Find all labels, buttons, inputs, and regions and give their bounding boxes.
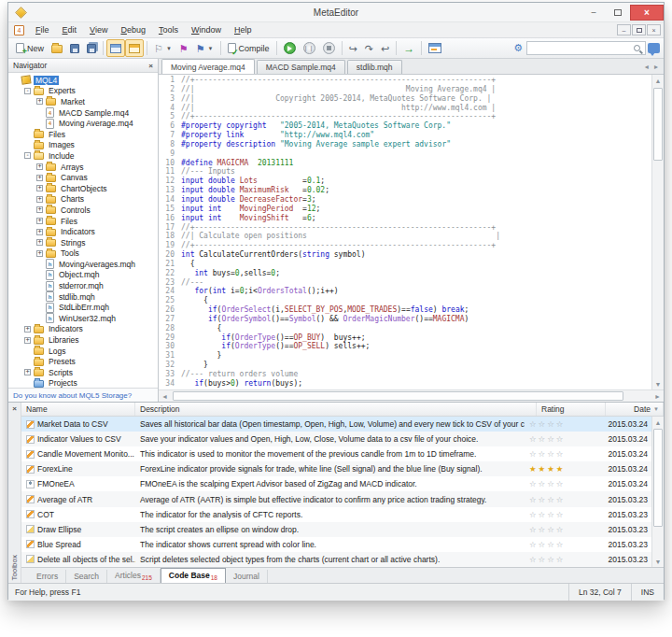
code-line[interactable]: 31 } <box>159 351 651 361</box>
menu-view[interactable]: View <box>83 23 114 36</box>
code-line[interactable]: 30 if(OrderType()==OP_SELL) sells++; <box>159 342 651 351</box>
mql5-storage-link[interactable]: Do you know about MQL5 Storage? <box>13 391 132 400</box>
tree-item-files[interactable]: Files <box>8 129 158 140</box>
code-line[interactable]: 6#property copyright "2005-2014, MetaQuo… <box>159 121 651 131</box>
tree-expander-icon[interactable]: + <box>36 206 43 213</box>
chat-icon[interactable] <box>648 43 660 53</box>
tree-item-stdlib-mqh[interactable]: hstdlib.mqh <box>8 291 158 303</box>
scroll-right-icon[interactable]: ► <box>651 390 664 402</box>
code-line[interactable]: 3//| Copyright 2005-2014, MetaQuotes Sof… <box>159 94 651 104</box>
tab-scroll-arrows[interactable]: ◂ ▸ <box>645 63 664 74</box>
scroll-down-icon[interactable]: ▼ <box>652 556 664 567</box>
tree-item-controls[interactable]: +Controls <box>8 205 158 216</box>
cell-rating[interactable]: ☆☆☆☆ <box>525 491 594 506</box>
code-line[interactable]: 33//--- return orders volume <box>159 370 651 379</box>
tree-item-include[interactable]: -Include <box>8 150 158 162</box>
watch-variable-button[interactable]: ⚑ <box>175 39 192 57</box>
code-line[interactable]: 7#property link "http://www.mql4.com" <box>159 131 651 140</box>
tree-item-object-mqh[interactable]: hObject.mqh <box>8 270 158 281</box>
table-row[interactable]: COTThe indicator for the analysis of CFT… <box>21 507 651 522</box>
cell-rating[interactable]: ☆☆☆☆ <box>525 522 594 537</box>
tree-item-presets[interactable]: Presets <box>8 356 158 367</box>
tree-item-winuser32-mqh[interactable]: hWinUser32.mqh <box>8 313 158 324</box>
tree-expander-icon[interactable]: + <box>36 185 43 191</box>
code-line[interactable]: 15input int MovingPeriod =12; <box>159 205 651 214</box>
scroll-down-icon[interactable]: ▼ <box>652 378 664 389</box>
cell-rating[interactable]: ☆☆☆☆ <box>525 446 594 461</box>
navigator-close-icon[interactable]: × <box>148 62 153 70</box>
save-button[interactable] <box>66 39 83 57</box>
code-line[interactable]: 24 for(int i=0;i<OrdersTotal();i++) <box>159 287 651 296</box>
table-row[interactable]: Candle Movement Monito...This indicator … <box>21 446 651 461</box>
menu-window[interactable]: Window <box>185 23 228 36</box>
column-header-date[interactable]: Date▼ <box>606 403 664 416</box>
cell-rating[interactable]: ☆☆☆☆ <box>525 476 594 491</box>
tree-expander-icon[interactable]: + <box>36 229 43 235</box>
search-icon[interactable] <box>634 45 640 51</box>
code-line[interactable]: 23//--- <box>159 278 651 288</box>
toggle-toolbox-button[interactable] <box>106 39 125 57</box>
menu-debug[interactable]: Debug <box>114 23 152 36</box>
toolbar-search-input[interactable] <box>526 41 646 55</box>
stop-debug-button[interactable] <box>319 39 339 57</box>
tree-item-projects[interactable]: Projects <box>8 378 158 388</box>
tree-item-moving-average-mq4[interactable]: 4Moving Average.mq4 <box>8 118 158 129</box>
close-button[interactable]: × <box>630 5 664 21</box>
cell-rating[interactable]: ☆☆☆☆ <box>525 537 594 552</box>
code-line[interactable]: 2//| Moving Average.mq4 | <box>159 85 651 94</box>
code-line[interactable]: 14input double DecreaseFactor=3; <box>159 195 651 205</box>
cell-rating[interactable]: ☆☆☆☆ <box>525 507 594 522</box>
column-header-description[interactable]: Description <box>135 403 537 416</box>
tree-item-stdliberr-mqh[interactable]: hStdLibErr.mqh <box>8 302 158 313</box>
editor-tab-moving-average-mq4[interactable]: Moving Average.mq4 <box>161 59 255 74</box>
code-line[interactable]: 13input double MaximumRisk =0.02; <box>159 186 651 195</box>
tree-expander-icon[interactable]: + <box>24 326 31 333</box>
toolbox-tab-errors[interactable]: Errors <box>29 570 66 583</box>
menu-file[interactable]: File <box>29 23 56 36</box>
menu-tools[interactable]: Tools <box>152 23 185 36</box>
tree-expander-icon[interactable]: + <box>36 98 43 105</box>
insert-function-button[interactable]: ⚑▼ <box>192 39 217 57</box>
step-into-button[interactable]: ↪ <box>345 39 361 57</box>
code-line[interactable]: 34 if(buys>0) return(buys); <box>159 379 651 389</box>
search-settings-button[interactable]: ⚙ <box>510 39 526 57</box>
table-row[interactable]: Delete all objects of the sel...Script d… <box>21 552 651 567</box>
code-line[interactable]: 10#define MAGICMA 20131111 <box>159 159 651 168</box>
column-header-name[interactable]: Name <box>21 403 135 416</box>
tree-expander-icon[interactable]: + <box>24 337 31 344</box>
mdi-close-button[interactable]: × <box>647 24 661 35</box>
editor-tab-macd-sample-mq4[interactable]: MACD Sample.mq4 <box>257 60 345 74</box>
toolbox-tab-journal[interactable]: Journal <box>226 570 268 583</box>
tree-expander-icon[interactable]: - <box>24 152 31 159</box>
tree-item-canvas[interactable]: +Canvas <box>8 172 158 183</box>
toolbox-tab-search[interactable]: Search <box>66 570 107 583</box>
code-editor[interactable]: 1//+------------------------------------… <box>159 75 651 389</box>
pause-debug-button[interactable]: ❘❘ <box>300 39 319 57</box>
tree-expander-icon[interactable]: + <box>36 163 43 170</box>
table-row[interactable]: Draw EllipseThe script creates an ellips… <box>21 522 651 537</box>
scroll-up-icon[interactable]: ▲ <box>652 75 664 86</box>
table-row[interactable]: FMOneEAFMOneEA is the scalping Expert Ad… <box>21 476 651 491</box>
tree-item-charts[interactable]: +Charts <box>8 194 158 205</box>
toolbox-tab-code-base[interactable]: Code Base18 <box>161 568 226 584</box>
toolbox-close-icon[interactable]: × <box>12 403 17 413</box>
tree-item-files[interactable]: +Files <box>8 216 158 227</box>
table-row[interactable]: ForexLineForexLine indicator provide sig… <box>21 461 651 476</box>
tree-item-tools[interactable]: +Tools <box>8 248 158 260</box>
code-line[interactable]: 16input int MovingShift =6; <box>159 214 651 223</box>
tree-item-logs[interactable]: Logs <box>8 346 158 357</box>
tree-item-movingaverages-mqh[interactable]: hMovingAverages.mqh <box>8 259 158 270</box>
code-line[interactable]: 26 if(OrderSelect(i,SELECT_BY_POS,MODE_T… <box>159 305 651 315</box>
tree-expander-icon[interactable]: + <box>36 239 43 246</box>
table-vertical-scrollbar[interactable]: ▲ ▼ <box>651 417 664 567</box>
tree-item-macd-sample-mq4[interactable]: 4MACD Sample.mq4 <box>8 107 158 119</box>
code-line[interactable]: 4//| http://www.mql4.com | <box>159 104 651 113</box>
scroll-left-icon[interactable]: ◄ <box>159 390 171 402</box>
step-out-button[interactable]: ↩ <box>377 39 393 57</box>
cell-rating[interactable]: ☆☆☆☆ <box>525 417 594 432</box>
editor-vertical-scrollbar[interactable]: ▲ ▼ <box>651 75 664 389</box>
cell-rating[interactable]: ★★★★ <box>525 461 594 476</box>
toggle-navigator-button[interactable] <box>125 39 144 57</box>
tree-item-chartobjects[interactable]: +ChartObjects <box>8 183 158 194</box>
tree-expander-icon[interactable]: + <box>36 175 43 181</box>
